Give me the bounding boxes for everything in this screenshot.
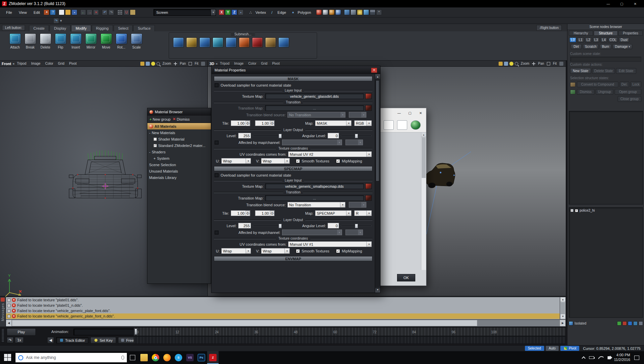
zmodeler-taskbar-icon[interactable]: Z: [207, 351, 219, 364]
submesh-copy-icon[interactable]: [265, 37, 276, 48]
bulb-icon[interactable]: [509, 62, 513, 66]
transition-preview-button[interactable]: [365, 195, 372, 201]
network-icon[interactable]: [598, 356, 604, 359]
state-dirt-button[interactable]: Dirt: [571, 44, 582, 49]
texture-preview-button[interactable]: [365, 183, 372, 189]
skype-icon[interactable]: S: [173, 351, 184, 364]
node-row-police2-hi[interactable]: police2_hi: [569, 208, 643, 213]
thumbnail-view-icon[interactable]: [384, 120, 394, 130]
angular-level-slider[interactable]: [341, 135, 372, 136]
delete-icon[interactable]: [93, 9, 99, 15]
pencil-icon[interactable]: [140, 62, 144, 66]
menu-file[interactable]: File: [3, 9, 16, 16]
log-vertical-scrollbar[interactable]: [560, 297, 566, 320]
pan-button[interactable]: Pan: [536, 61, 546, 66]
material-group-new[interactable]: - New Materials: [147, 129, 211, 136]
maximize-button[interactable]: [615, 0, 628, 7]
section-header-specmap[interactable]: SPECMAP: [214, 166, 372, 171]
firefox-icon[interactable]: [161, 351, 173, 364]
taskbar-clock[interactable]: 4:00 PM 11/2/2016: [614, 353, 630, 362]
close-button[interactable]: [628, 0, 642, 7]
save-icon[interactable]: [72, 9, 77, 15]
section-header-envmap[interactable]: ENVMAP: [214, 256, 372, 261]
rotate-tool-button[interactable]: Rot...: [114, 31, 129, 58]
overload-checkbox[interactable]: [215, 173, 219, 177]
layer-l0-button[interactable]: L0: [569, 37, 576, 42]
layer-dust-button[interactable]: Dust: [619, 37, 629, 42]
dismiss-button[interactable]: Dismiss: [173, 117, 190, 121]
tray-expand-icon[interactable]: [582, 356, 585, 360]
axis-mode-icon[interactable]: [238, 9, 244, 15]
pivot-button[interactable]: Pivot: [270, 61, 282, 66]
volume-icon[interactable]: [608, 356, 610, 359]
collapse-arrow-icon[interactable]: [216, 62, 217, 65]
task-view-button[interactable]: [127, 351, 138, 364]
sphere-rotate-icon[interactable]: [329, 9, 335, 15]
log-row[interactable]: Failed to locate texture "vehicle_generi…: [6, 308, 560, 313]
dropdown-arrow-icon[interactable]: [346, 211, 351, 216]
curved-arrow-icon[interactable]: [53, 18, 59, 24]
dropdown-arrow-icon[interactable]: [366, 121, 371, 126]
viewport-3d-name[interactable]: 3D: [209, 62, 214, 66]
axis-x-toggle[interactable]: X: [219, 9, 224, 15]
tripod-button[interactable]: Tripod: [15, 61, 28, 66]
material-browser-window[interactable]: Material Browser New group Dismiss All M…: [147, 108, 211, 284]
scroll-up-icon[interactable]: [421, 132, 426, 137]
play-button[interactable]: Play: [7, 328, 36, 336]
uv-source-select[interactable]: Manual UV #2: [288, 151, 372, 157]
dropdown-arrow-icon[interactable]: [366, 211, 371, 216]
dropdown-arrow-icon[interactable]: [358, 230, 363, 235]
tab-structure[interactable]: Structure: [594, 31, 618, 36]
layout-grid-icon[interactable]: [201, 62, 205, 66]
dropdown-arrow-icon[interactable]: [340, 112, 345, 117]
tile-u-stepper[interactable]: 1.00: [231, 120, 250, 126]
channel-select[interactable]: R: [354, 210, 372, 216]
tab-hierarchy[interactable]: Hierarchy: [569, 31, 593, 36]
set-key-button[interactable]: Set Key: [90, 337, 116, 343]
layer-col-button[interactable]: COL: [608, 37, 618, 42]
submesh-uv-icon[interactable]: [252, 37, 263, 48]
maximize-button[interactable]: [404, 109, 415, 117]
overload-checkbox[interactable]: [215, 83, 219, 87]
material-properties-window[interactable]: Material Properties MASK Overload sample…: [211, 66, 381, 293]
submesh-split-icon[interactable]: [239, 37, 250, 48]
u-wrap-select[interactable]: Wrap: [221, 158, 251, 164]
help-icon[interactable]: [50, 9, 56, 15]
screen-select[interactable]: Screen: [153, 9, 216, 16]
affected-checkbox[interactable]: [215, 231, 219, 235]
ungroup-button[interactable]: Ungroup: [596, 89, 613, 95]
edge-mode-toggle[interactable]: Edge: [269, 10, 289, 14]
dropdown-arrow-icon[interactable]: [366, 242, 371, 247]
dropdown-arrow-icon[interactable]: [284, 158, 289, 163]
list-view-icon[interactable]: [397, 120, 407, 130]
new-state-button[interactable]: New State: [570, 68, 591, 74]
material-item-system[interactable]: + System: [147, 155, 211, 161]
axis-y-toggle[interactable]: Y: [225, 9, 231, 15]
tile-u-stepper[interactable]: 1.00: [231, 210, 250, 216]
minimize-button[interactable]: [394, 109, 404, 117]
messages-panel-tab[interactable]: Messages: [0, 297, 6, 327]
material-item-standard[interactable]: Standard ZModeler2 mater...: [147, 142, 211, 149]
submesh-detach-icon[interactable]: [173, 37, 184, 48]
dropdown-arrow-icon[interactable]: [337, 140, 342, 145]
transition-map-field[interactable]: ...: [265, 105, 364, 111]
hide-icon[interactable]: [622, 321, 627, 326]
car-model-3d[interactable]: [420, 148, 491, 239]
move-tool-button[interactable]: Move: [99, 31, 114, 58]
log-row-selected[interactable]: Failed to locate texture "vehicle_generi…: [6, 313, 560, 319]
delete-tool-button[interactable]: Delete: [38, 31, 53, 58]
close-button[interactable]: [371, 68, 377, 73]
loop-icon[interactable]: [7, 337, 13, 343]
pencil-icon[interactable]: [499, 62, 503, 66]
new-group-button[interactable]: New group: [149, 117, 171, 121]
edit-state-button[interactable]: Edit State: [616, 68, 636, 74]
start-button[interactable]: [4, 354, 11, 361]
collapse-all-icon[interactable]: [639, 321, 643, 326]
material-group-scene-selection[interactable]: Scene Selection: [147, 161, 211, 168]
scrollbar-thumb[interactable]: [12, 320, 477, 326]
expander-icon[interactable]: [570, 209, 573, 212]
menu-view[interactable]: View: [16, 9, 30, 16]
del-button[interactable]: Del.: [620, 82, 629, 87]
dropdown-arrow-icon[interactable]: [246, 158, 251, 163]
drag-handle[interactable]: [1, 329, 4, 343]
